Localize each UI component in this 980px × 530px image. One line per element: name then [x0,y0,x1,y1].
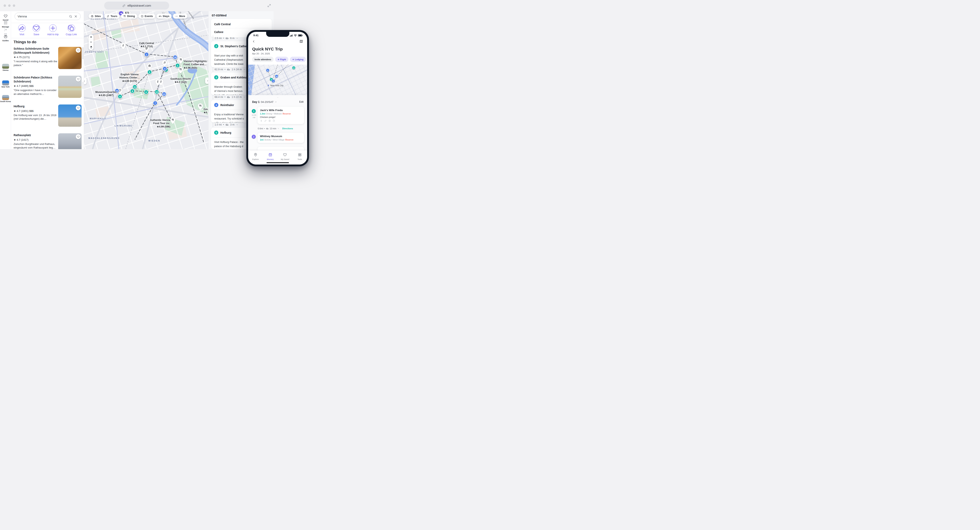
map-marker-6[interactable]: 6 [144,90,149,94]
leg-info[interactable]: 1.0 mi•3 m [215,123,239,126]
tab-tools[interactable]: Tools [292,150,307,164]
chevron-down-icon[interactable] [236,123,239,126]
map-marker-4[interactable]: 4 [162,67,167,71]
leg-info[interactable]: 2.5 mi•6 m [215,37,239,40]
leg-info[interactable]: 68.4 mi•1 h 22 m [215,95,245,99]
tab-explore[interactable]: Explore [248,150,263,164]
thing-list-item[interactable]: Schloss Schönbrunn Suite (Schlosspark Sc… [11,46,84,70]
poi-pin-dining[interactable] [197,103,203,110]
chevron-down-icon[interactable] [236,37,239,40]
map-marker-1[interactable]: 1 [144,52,149,57]
chevron-down-icon[interactable] [277,128,279,129]
compass-button[interactable] [89,45,94,50]
filter-chip-stays[interactable]: Stays [157,14,172,19]
search-input[interactable] [18,14,67,18]
destination-new-york[interactable]: New York [0,80,11,88]
map-marker-5[interactable]: 5 [147,70,152,75]
edit-button[interactable]: Edit [299,101,304,103]
filter-chip-more[interactable]: More [173,14,187,19]
reserve-link[interactable]: Reserve [283,112,291,115]
day-date[interactable]: 04-20/SAT [261,101,274,104]
thing-list-item[interactable]: Rathausplatz★ 4.7 (1417)Zwischen Burgthe… [11,132,84,149]
zoom-out-button[interactable]: − [89,40,94,45]
map-marker-9[interactable]: 9 [118,94,123,99]
filter-chip-events[interactable]: Events [138,14,155,19]
favorite-button[interactable] [76,105,81,110]
back-button[interactable] [252,40,255,43]
phone-map[interactable]: New York City 8221691 [248,65,307,95]
poi-pin-walk[interactable] [158,79,164,86]
phone-leg-info[interactable]: 0.6mi•13 minDirections [258,127,293,130]
action-visit-button[interactable]: Visit [18,24,25,36]
phone-stop-meta: 1miActivity • West VillageReserve [260,139,302,141]
thing-list-item[interactable]: Schönbrunn Palace (Schloss Schönbrunn)★ … [11,75,84,99]
itinerary-place[interactable]: Café Central [214,21,269,27]
thing-list-item[interactable]: Hofburg★ 4.7 (1801) $$$Die Hofburg war v… [11,103,84,128]
trip-chip-invite-attendees[interactable]: Invite attendees [252,57,274,62]
sidebar-item-guides[interactable]: Guides [0,35,11,42]
chevron-down-icon[interactable] [243,96,245,98]
map-view-button[interactable] [299,40,303,43]
sidebar-item-elli[interactable]: Elli [0,28,11,35]
browser-url-bar[interactable]: ellipsistravel.com [104,2,169,10]
phone-stop-card[interactable]: Whitney Museum1miActivity • West Village… [258,133,304,143]
phone-stop-card[interactable]: Jack's Wife Freda1.3miDining • MidtownRe… [258,107,304,124]
scrollbar[interactable] [83,81,83,89]
map-marker-13[interactable]: 13 [162,92,167,96]
collapse-left-panel-button[interactable] [84,78,87,84]
link-icon [122,4,126,7]
district-label: MARIAHILF [90,117,107,120]
window-controls[interactable] [3,5,15,7]
poi-pin-walk[interactable] [120,43,126,50]
chevron-down-icon[interactable] [275,101,277,103]
poi-pin-dining[interactable] [178,67,183,74]
zoom-in-button[interactable]: + [89,34,94,40]
phone-map-marker-22[interactable]: 22 [292,66,296,70]
directions-link[interactable]: Directions [282,127,293,130]
filter-chip-tours[interactable]: Tours [104,14,119,19]
favorite-button[interactable] [76,48,81,53]
expand-icon[interactable] [267,3,271,8]
home-indicator [267,162,289,163]
leg-info[interactable]: 62.9 mi•1 h 24 m [215,68,245,71]
thing-text: Hofburg★ 4.7 (1801) $$$Die Hofburg war v… [14,104,57,121]
poi-pin-dining[interactable] [178,57,184,64]
scrollbar[interactable] [83,47,83,59]
filter-chip-sites[interactable]: Sites [89,14,103,19]
action-save-button[interactable]: Save [33,24,40,36]
map-marker-2[interactable]: 2 [175,63,180,68]
clear-search-icon[interactable] [74,14,78,18]
sidebar-item-saved[interactable]: Saved [0,14,11,21]
map-marker-18[interactable]: 18 [173,55,178,60]
phone-map-marker-16[interactable]: 16 [275,75,278,78]
chip-label: Events [145,15,153,18]
trip-chip-lodging[interactable]: +Lodging [290,57,306,62]
poi-pin-dining[interactable] [170,117,175,124]
reserve-link[interactable]: Reserve [285,139,294,141]
phone-map-marker-1[interactable]: 1 [272,80,275,83]
trip-chip-flight[interactable]: +Flight [275,57,288,62]
action-add-to-trip-button[interactable]: Add to trip [47,24,59,36]
expand-right-panel-button[interactable] [205,77,208,84]
phone-stop-title: Jack's Wife Freda [260,109,302,112]
phone-map-marker-8[interactable]: 8 [266,69,270,72]
destination-vienna[interactable]: Vienna [0,64,11,71]
sidebar-item-manage[interactable]: Manage [0,21,11,28]
favorite-button[interactable] [76,134,81,139]
sheet-handle[interactable] [276,96,280,99]
poi-label: Vienna's Highlights:Food, Coffee and…★4.… [184,60,207,69]
filter-chip-dining[interactable]: Dining [121,14,137,19]
poi-pin-camera[interactable] [147,63,153,70]
action-copy-link-button[interactable]: Copy Link [66,24,77,36]
map-marker-7[interactable]: 7 [153,101,158,105]
search-icon[interactable] [69,14,72,18]
map-marker-11[interactable]: 11 [132,85,137,89]
map-marker-12[interactable]: 12 [154,90,159,94]
poi-pin-music[interactable] [162,60,167,67]
map-marker-8[interactable]: 8 [130,89,135,93]
day-label: Day 1 [252,100,259,104]
map[interactable]: ALSERVORSTADTJOSEFSTADTMARIAHILFLAIMGRUB… [84,11,208,149]
favorite-button[interactable] [76,77,81,81]
destination-south-korea[interactable]: South Korea [0,95,11,102]
chevron-down-icon[interactable] [243,68,245,71]
